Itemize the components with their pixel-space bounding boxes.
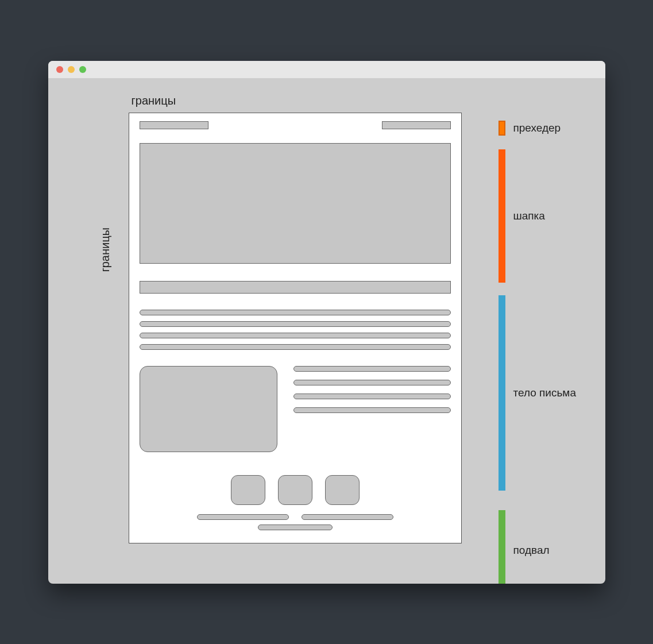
body-text-line (293, 394, 451, 399)
legend-color-header (499, 149, 505, 283)
boundary-label-top: границы (132, 94, 176, 107)
legend-item-footer: подвал (499, 510, 550, 584)
body-text-line (140, 333, 451, 338)
body-text-line (140, 310, 451, 315)
body-image-placeholder (140, 366, 277, 452)
legend-label: подвал (513, 544, 550, 557)
legend-label: шапка (513, 210, 545, 222)
footer-link-placeholder (302, 514, 393, 520)
social-icon-placeholder (325, 475, 360, 505)
legend-label: тело письма (513, 387, 577, 399)
preheader-link-placeholder (382, 121, 451, 129)
footer-copyright-placeholder (258, 525, 333, 530)
legend-item-body: тело письма (499, 295, 577, 491)
email-wireframe (129, 113, 462, 543)
social-icon-placeholder (231, 475, 265, 505)
legend-label: прехедер (513, 122, 561, 134)
social-icon-placeholder (278, 475, 312, 505)
body-title-placeholder (140, 281, 451, 294)
body-text-line (293, 407, 451, 413)
body-text-line (293, 366, 451, 372)
browser-window: границы границы (48, 61, 605, 584)
legend-item-preheader: прехедер (499, 121, 561, 136)
header-hero-placeholder (140, 143, 451, 264)
legend-color-preheader (499, 121, 505, 136)
legend-color-body (499, 295, 505, 491)
footer-link-placeholder (197, 514, 289, 520)
legend-item-header: шапка (499, 149, 545, 283)
body-text-line (293, 380, 451, 385)
window-titlebar (48, 61, 605, 78)
preheader-text-placeholder (140, 121, 208, 129)
footer-links (140, 514, 451, 520)
body-paragraph (140, 310, 451, 350)
diagram-stage: границы границы (48, 78, 605, 584)
footer-social-icons (140, 475, 451, 505)
close-icon[interactable] (56, 66, 63, 73)
body-two-column (140, 366, 451, 452)
boundary-label-left: границы (99, 227, 112, 272)
preheader-section (140, 121, 451, 129)
body-text-line (140, 344, 451, 350)
minimize-icon[interactable] (68, 66, 75, 73)
body-text-line (140, 321, 451, 327)
maximize-icon[interactable] (79, 66, 86, 73)
body-side-text (293, 366, 451, 452)
legend-color-footer (499, 510, 505, 584)
